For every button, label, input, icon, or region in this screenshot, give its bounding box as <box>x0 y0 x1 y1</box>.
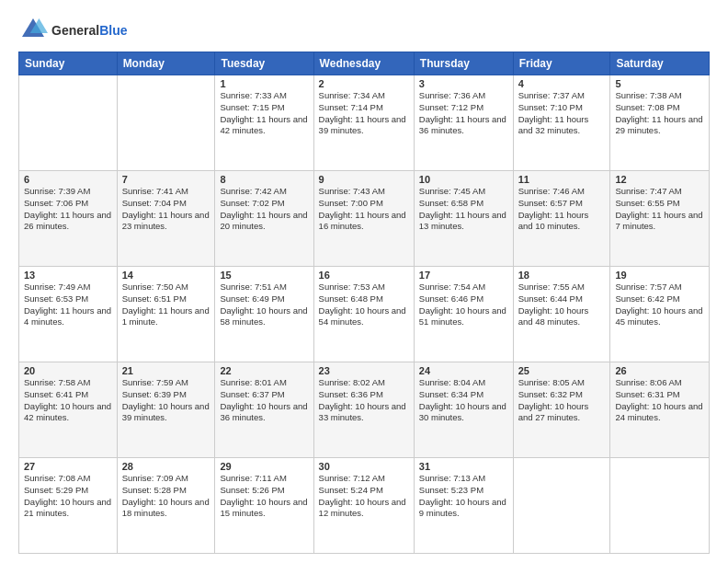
logo-general: GeneralBlue <box>51 20 127 40</box>
day-info: Sunrise: 7:59 AM Sunset: 6:39 PM Dayligh… <box>122 377 210 424</box>
day-number: 5 <box>615 78 704 89</box>
day-number: 10 <box>419 174 508 185</box>
day-info: Sunrise: 7:41 AM Sunset: 7:04 PM Dayligh… <box>122 186 210 233</box>
col-thursday: Thursday <box>414 52 513 75</box>
day-info: Sunrise: 8:04 AM Sunset: 6:34 PM Dayligh… <box>419 377 508 424</box>
day-info: Sunrise: 7:09 AM Sunset: 5:28 PM Dayligh… <box>122 473 210 520</box>
day-number: 20 <box>24 365 112 376</box>
calendar-cell: 6Sunrise: 7:39 AM Sunset: 7:06 PM Daylig… <box>19 171 118 267</box>
day-number: 25 <box>518 365 606 376</box>
day-number: 11 <box>518 174 606 185</box>
calendar-cell: 19Sunrise: 7:57 AM Sunset: 6:42 PM Dayli… <box>610 267 710 362</box>
calendar-cell: 17Sunrise: 7:54 AM Sunset: 6:46 PM Dayli… <box>414 267 513 362</box>
calendar-cell: 29Sunrise: 7:11 AM Sunset: 5:26 PM Dayli… <box>215 458 313 554</box>
day-info: Sunrise: 7:37 AM Sunset: 7:10 PM Dayligh… <box>518 90 606 137</box>
day-number: 24 <box>419 365 508 376</box>
col-monday: Monday <box>117 52 215 75</box>
calendar-cell <box>513 458 610 554</box>
day-info: Sunrise: 7:34 AM Sunset: 7:14 PM Dayligh… <box>319 90 409 137</box>
logo-icon <box>18 15 48 44</box>
calendar-cell: 25Sunrise: 8:05 AM Sunset: 6:32 PM Dayli… <box>513 362 610 458</box>
calendar-cell: 26Sunrise: 8:06 AM Sunset: 6:31 PM Dayli… <box>610 362 710 458</box>
calendar-cell: 12Sunrise: 7:47 AM Sunset: 6:55 PM Dayli… <box>610 171 710 267</box>
day-info: Sunrise: 7:13 AM Sunset: 5:23 PM Dayligh… <box>419 473 508 520</box>
day-number: 16 <box>319 270 409 281</box>
col-friday: Friday <box>513 52 610 75</box>
col-wednesday: Wednesday <box>313 52 414 75</box>
day-info: Sunrise: 7:51 AM Sunset: 6:49 PM Dayligh… <box>220 282 308 328</box>
calendar-cell <box>610 458 710 554</box>
day-info: Sunrise: 7:36 AM Sunset: 7:12 PM Dayligh… <box>419 90 508 137</box>
day-number: 6 <box>24 174 112 185</box>
day-number: 15 <box>220 270 308 281</box>
day-info: Sunrise: 7:58 AM Sunset: 6:41 PM Dayligh… <box>24 377 112 424</box>
day-number: 9 <box>319 174 409 185</box>
day-info: Sunrise: 7:38 AM Sunset: 7:08 PM Dayligh… <box>615 90 704 137</box>
calendar-cell: 23Sunrise: 8:02 AM Sunset: 6:36 PM Dayli… <box>313 362 414 458</box>
calendar-cell: 2Sunrise: 7:34 AM Sunset: 7:14 PM Daylig… <box>313 75 414 171</box>
day-info: Sunrise: 7:46 AM Sunset: 6:57 PM Dayligh… <box>518 186 606 233</box>
day-info: Sunrise: 7:42 AM Sunset: 7:02 PM Dayligh… <box>220 186 308 233</box>
day-number: 31 <box>419 461 508 472</box>
day-number: 21 <box>122 365 210 376</box>
calendar-cell: 31Sunrise: 7:13 AM Sunset: 5:23 PM Dayli… <box>414 458 513 554</box>
calendar-cell: 7Sunrise: 7:41 AM Sunset: 7:04 PM Daylig… <box>117 171 215 267</box>
calendar-cell <box>19 75 118 171</box>
calendar-week-row: 1Sunrise: 7:33 AM Sunset: 7:15 PM Daylig… <box>19 75 710 171</box>
day-info: Sunrise: 7:47 AM Sunset: 6:55 PM Dayligh… <box>615 186 704 233</box>
day-number: 7 <box>122 174 210 185</box>
day-number: 3 <box>419 78 508 89</box>
calendar-cell: 20Sunrise: 7:58 AM Sunset: 6:41 PM Dayli… <box>19 362 118 458</box>
day-info: Sunrise: 7:43 AM Sunset: 7:00 PM Dayligh… <box>319 186 409 233</box>
calendar-week-row: 27Sunrise: 7:08 AM Sunset: 5:29 PM Dayli… <box>19 458 710 554</box>
day-info: Sunrise: 7:55 AM Sunset: 6:44 PM Dayligh… <box>518 282 606 328</box>
day-info: Sunrise: 7:12 AM Sunset: 5:24 PM Dayligh… <box>319 473 409 520</box>
calendar-cell: 21Sunrise: 7:59 AM Sunset: 6:39 PM Dayli… <box>117 362 215 458</box>
calendar-cell: 28Sunrise: 7:09 AM Sunset: 5:28 PM Dayli… <box>117 458 215 554</box>
calendar-cell: 8Sunrise: 7:42 AM Sunset: 7:02 PM Daylig… <box>215 171 313 267</box>
calendar-cell <box>117 75 215 171</box>
calendar-cell: 11Sunrise: 7:46 AM Sunset: 6:57 PM Dayli… <box>513 171 610 267</box>
day-info: Sunrise: 7:57 AM Sunset: 6:42 PM Dayligh… <box>615 282 704 328</box>
calendar-cell: 13Sunrise: 7:49 AM Sunset: 6:53 PM Dayli… <box>19 267 118 362</box>
day-number: 26 <box>615 365 704 376</box>
page: GeneralBlue Sunday Monday Tuesday Wednes… <box>0 0 728 563</box>
day-info: Sunrise: 8:06 AM Sunset: 6:31 PM Dayligh… <box>615 377 704 424</box>
calendar-cell: 3Sunrise: 7:36 AM Sunset: 7:12 PM Daylig… <box>414 75 513 171</box>
day-number: 17 <box>419 270 508 281</box>
calendar-cell: 15Sunrise: 7:51 AM Sunset: 6:49 PM Dayli… <box>215 267 313 362</box>
day-info: Sunrise: 8:01 AM Sunset: 6:37 PM Dayligh… <box>220 377 308 424</box>
day-number: 23 <box>319 365 409 376</box>
calendar-cell: 5Sunrise: 7:38 AM Sunset: 7:08 PM Daylig… <box>610 75 710 171</box>
day-info: Sunrise: 7:11 AM Sunset: 5:26 PM Dayligh… <box>220 473 308 520</box>
day-number: 1 <box>220 78 308 89</box>
col-tuesday: Tuesday <box>215 52 313 75</box>
day-info: Sunrise: 8:05 AM Sunset: 6:32 PM Dayligh… <box>518 377 606 424</box>
col-saturday: Saturday <box>610 52 710 75</box>
day-number: 18 <box>518 270 606 281</box>
calendar-cell: 9Sunrise: 7:43 AM Sunset: 7:00 PM Daylig… <box>313 171 414 267</box>
calendar-cell: 14Sunrise: 7:50 AM Sunset: 6:51 PM Dayli… <box>117 267 215 362</box>
day-info: Sunrise: 7:49 AM Sunset: 6:53 PM Dayligh… <box>24 282 112 328</box>
day-number: 13 <box>24 270 112 281</box>
calendar-week-row: 13Sunrise: 7:49 AM Sunset: 6:53 PM Dayli… <box>19 267 710 362</box>
day-info: Sunrise: 7:33 AM Sunset: 7:15 PM Dayligh… <box>220 90 308 137</box>
day-number: 27 <box>24 461 112 472</box>
day-number: 8 <box>220 174 308 185</box>
day-info: Sunrise: 7:08 AM Sunset: 5:29 PM Dayligh… <box>24 473 112 520</box>
day-info: Sunrise: 7:39 AM Sunset: 7:06 PM Dayligh… <box>24 186 112 233</box>
day-number: 29 <box>220 461 308 472</box>
calendar-week-row: 6Sunrise: 7:39 AM Sunset: 7:06 PM Daylig… <box>19 171 710 267</box>
day-info: Sunrise: 8:02 AM Sunset: 6:36 PM Dayligh… <box>319 377 409 424</box>
col-sunday: Sunday <box>19 52 118 75</box>
day-number: 14 <box>122 270 210 281</box>
header: GeneralBlue <box>18 15 710 44</box>
day-number: 28 <box>122 461 210 472</box>
calendar-cell: 4Sunrise: 7:37 AM Sunset: 7:10 PM Daylig… <box>513 75 610 171</box>
calendar-cell: 10Sunrise: 7:45 AM Sunset: 6:58 PM Dayli… <box>414 171 513 267</box>
calendar-week-row: 20Sunrise: 7:58 AM Sunset: 6:41 PM Dayli… <box>19 362 710 458</box>
calendar-cell: 16Sunrise: 7:53 AM Sunset: 6:48 PM Dayli… <box>313 267 414 362</box>
calendar-header-row: Sunday Monday Tuesday Wednesday Thursday… <box>19 52 710 75</box>
day-number: 30 <box>319 461 409 472</box>
day-info: Sunrise: 7:45 AM Sunset: 6:58 PM Dayligh… <box>419 186 508 233</box>
